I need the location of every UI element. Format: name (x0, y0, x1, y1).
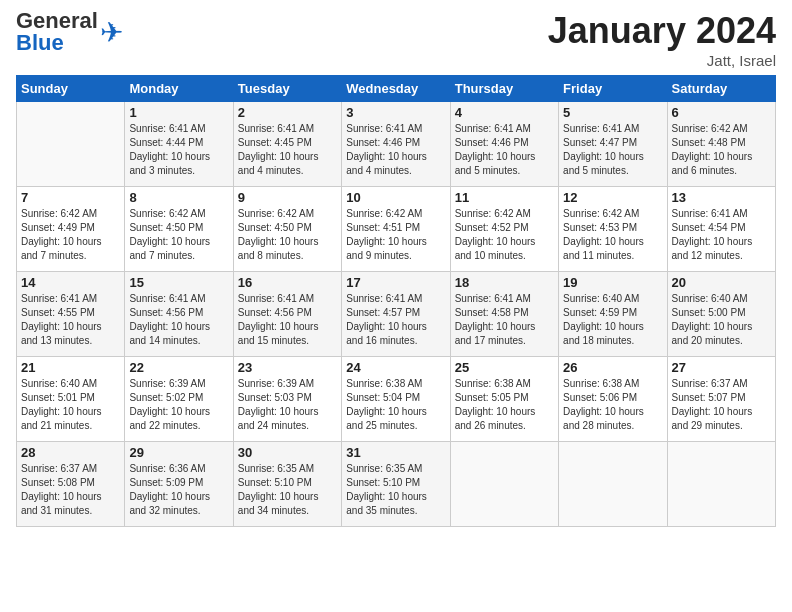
day-info: Sunrise: 6:40 AM Sunset: 4:59 PM Dayligh… (563, 292, 662, 348)
day-info: Sunrise: 6:42 AM Sunset: 4:50 PM Dayligh… (129, 207, 228, 263)
day-info: Sunrise: 6:41 AM Sunset: 4:56 PM Dayligh… (129, 292, 228, 348)
day-number: 30 (238, 445, 337, 460)
calendar-cell: 21Sunrise: 6:40 AM Sunset: 5:01 PM Dayli… (17, 357, 125, 442)
day-number: 6 (672, 105, 771, 120)
day-number: 21 (21, 360, 120, 375)
day-info: Sunrise: 6:40 AM Sunset: 5:00 PM Dayligh… (672, 292, 771, 348)
calendar-cell: 3Sunrise: 6:41 AM Sunset: 4:46 PM Daylig… (342, 102, 450, 187)
calendar-cell: 13Sunrise: 6:41 AM Sunset: 4:54 PM Dayli… (667, 187, 775, 272)
day-number: 5 (563, 105, 662, 120)
day-info: Sunrise: 6:39 AM Sunset: 5:02 PM Dayligh… (129, 377, 228, 433)
day-number: 25 (455, 360, 554, 375)
day-number: 2 (238, 105, 337, 120)
page-container: General Blue ✈ January 2024 Jatt, Israel… (0, 0, 792, 537)
calendar-cell: 9Sunrise: 6:42 AM Sunset: 4:50 PM Daylig… (233, 187, 341, 272)
month-title: January 2024 (548, 10, 776, 52)
day-info: Sunrise: 6:42 AM Sunset: 4:50 PM Dayligh… (238, 207, 337, 263)
calendar-cell: 24Sunrise: 6:38 AM Sunset: 5:04 PM Dayli… (342, 357, 450, 442)
col-saturday: Saturday (667, 76, 775, 102)
day-info: Sunrise: 6:37 AM Sunset: 5:07 PM Dayligh… (672, 377, 771, 433)
calendar-cell: 11Sunrise: 6:42 AM Sunset: 4:52 PM Dayli… (450, 187, 558, 272)
day-info: Sunrise: 6:41 AM Sunset: 4:44 PM Dayligh… (129, 122, 228, 178)
day-info: Sunrise: 6:39 AM Sunset: 5:03 PM Dayligh… (238, 377, 337, 433)
day-info: Sunrise: 6:41 AM Sunset: 4:45 PM Dayligh… (238, 122, 337, 178)
calendar-cell (559, 442, 667, 527)
calendar-cell (667, 442, 775, 527)
calendar-cell: 19Sunrise: 6:40 AM Sunset: 4:59 PM Dayli… (559, 272, 667, 357)
day-info: Sunrise: 6:42 AM Sunset: 4:52 PM Dayligh… (455, 207, 554, 263)
calendar-cell: 27Sunrise: 6:37 AM Sunset: 5:07 PM Dayli… (667, 357, 775, 442)
day-number: 1 (129, 105, 228, 120)
calendar-row-1: 1Sunrise: 6:41 AM Sunset: 4:44 PM Daylig… (17, 102, 776, 187)
calendar-cell: 7Sunrise: 6:42 AM Sunset: 4:49 PM Daylig… (17, 187, 125, 272)
day-info: Sunrise: 6:36 AM Sunset: 5:09 PM Dayligh… (129, 462, 228, 518)
col-tuesday: Tuesday (233, 76, 341, 102)
day-number: 11 (455, 190, 554, 205)
calendar-cell: 6Sunrise: 6:42 AM Sunset: 4:48 PM Daylig… (667, 102, 775, 187)
day-info: Sunrise: 6:41 AM Sunset: 4:47 PM Dayligh… (563, 122, 662, 178)
calendar-cell: 16Sunrise: 6:41 AM Sunset: 4:56 PM Dayli… (233, 272, 341, 357)
day-number: 31 (346, 445, 445, 460)
location-text: Jatt, Israel (548, 52, 776, 69)
col-friday: Friday (559, 76, 667, 102)
col-thursday: Thursday (450, 76, 558, 102)
calendar-cell: 30Sunrise: 6:35 AM Sunset: 5:10 PM Dayli… (233, 442, 341, 527)
day-number: 26 (563, 360, 662, 375)
calendar-row-4: 21Sunrise: 6:40 AM Sunset: 5:01 PM Dayli… (17, 357, 776, 442)
day-number: 15 (129, 275, 228, 290)
calendar-cell: 26Sunrise: 6:38 AM Sunset: 5:06 PM Dayli… (559, 357, 667, 442)
calendar-cell: 8Sunrise: 6:42 AM Sunset: 4:50 PM Daylig… (125, 187, 233, 272)
day-number: 12 (563, 190, 662, 205)
calendar-cell (17, 102, 125, 187)
day-info: Sunrise: 6:41 AM Sunset: 4:57 PM Dayligh… (346, 292, 445, 348)
day-info: Sunrise: 6:38 AM Sunset: 5:05 PM Dayligh… (455, 377, 554, 433)
day-number: 8 (129, 190, 228, 205)
calendar-cell: 17Sunrise: 6:41 AM Sunset: 4:57 PM Dayli… (342, 272, 450, 357)
logo-blue-text: Blue (16, 30, 64, 55)
logo: General Blue ✈ (16, 10, 123, 54)
calendar-cell (450, 442, 558, 527)
calendar-cell: 20Sunrise: 6:40 AM Sunset: 5:00 PM Dayli… (667, 272, 775, 357)
calendar-cell: 23Sunrise: 6:39 AM Sunset: 5:03 PM Dayli… (233, 357, 341, 442)
col-monday: Monday (125, 76, 233, 102)
calendar-cell: 2Sunrise: 6:41 AM Sunset: 4:45 PM Daylig… (233, 102, 341, 187)
day-info: Sunrise: 6:41 AM Sunset: 4:55 PM Dayligh… (21, 292, 120, 348)
day-info: Sunrise: 6:35 AM Sunset: 5:10 PM Dayligh… (238, 462, 337, 518)
calendar-cell: 10Sunrise: 6:42 AM Sunset: 4:51 PM Dayli… (342, 187, 450, 272)
day-info: Sunrise: 6:42 AM Sunset: 4:51 PM Dayligh… (346, 207, 445, 263)
day-info: Sunrise: 6:41 AM Sunset: 4:46 PM Dayligh… (455, 122, 554, 178)
header: General Blue ✈ January 2024 Jatt, Israel (16, 10, 776, 69)
header-row: Sunday Monday Tuesday Wednesday Thursday… (17, 76, 776, 102)
day-number: 28 (21, 445, 120, 460)
day-number: 7 (21, 190, 120, 205)
calendar-row-5: 28Sunrise: 6:37 AM Sunset: 5:08 PM Dayli… (17, 442, 776, 527)
day-number: 9 (238, 190, 337, 205)
day-info: Sunrise: 6:40 AM Sunset: 5:01 PM Dayligh… (21, 377, 120, 433)
logo-bird-icon: ✈ (100, 16, 123, 49)
day-number: 14 (21, 275, 120, 290)
day-info: Sunrise: 6:41 AM Sunset: 4:54 PM Dayligh… (672, 207, 771, 263)
calendar-cell: 22Sunrise: 6:39 AM Sunset: 5:02 PM Dayli… (125, 357, 233, 442)
day-info: Sunrise: 6:42 AM Sunset: 4:48 PM Dayligh… (672, 122, 771, 178)
day-info: Sunrise: 6:37 AM Sunset: 5:08 PM Dayligh… (21, 462, 120, 518)
calendar-cell: 1Sunrise: 6:41 AM Sunset: 4:44 PM Daylig… (125, 102, 233, 187)
day-number: 22 (129, 360, 228, 375)
day-info: Sunrise: 6:41 AM Sunset: 4:58 PM Dayligh… (455, 292, 554, 348)
calendar-table: Sunday Monday Tuesday Wednesday Thursday… (16, 75, 776, 527)
day-number: 17 (346, 275, 445, 290)
day-number: 24 (346, 360, 445, 375)
calendar-cell: 14Sunrise: 6:41 AM Sunset: 4:55 PM Dayli… (17, 272, 125, 357)
col-sunday: Sunday (17, 76, 125, 102)
calendar-cell: 12Sunrise: 6:42 AM Sunset: 4:53 PM Dayli… (559, 187, 667, 272)
day-number: 19 (563, 275, 662, 290)
title-block: January 2024 Jatt, Israel (548, 10, 776, 69)
day-info: Sunrise: 6:35 AM Sunset: 5:10 PM Dayligh… (346, 462, 445, 518)
day-info: Sunrise: 6:42 AM Sunset: 4:49 PM Dayligh… (21, 207, 120, 263)
day-number: 23 (238, 360, 337, 375)
day-number: 13 (672, 190, 771, 205)
calendar-cell: 31Sunrise: 6:35 AM Sunset: 5:10 PM Dayli… (342, 442, 450, 527)
day-number: 18 (455, 275, 554, 290)
calendar-row-3: 14Sunrise: 6:41 AM Sunset: 4:55 PM Dayli… (17, 272, 776, 357)
calendar-cell: 25Sunrise: 6:38 AM Sunset: 5:05 PM Dayli… (450, 357, 558, 442)
calendar-row-2: 7Sunrise: 6:42 AM Sunset: 4:49 PM Daylig… (17, 187, 776, 272)
